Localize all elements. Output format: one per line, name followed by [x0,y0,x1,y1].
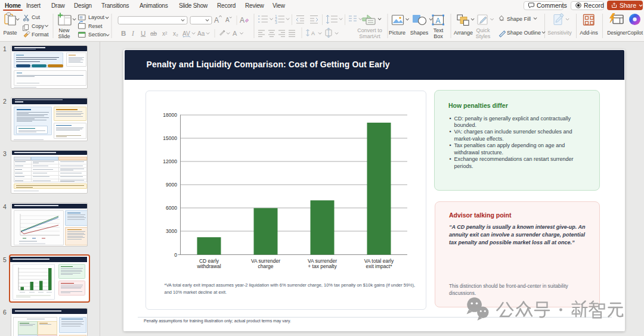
svg-text:Shape Outline: Shape Outline [507,30,541,36]
svg-text:Text: Text [434,27,444,33]
svg-text:Paste: Paste [3,30,17,36]
svg-text:U: U [141,30,145,37]
svg-text:Section: Section [88,32,106,38]
svg-text:Quick: Quick [476,27,490,33]
svg-text:Aa: Aa [197,30,205,37]
svg-text:9000: 9000 [166,182,177,188]
svg-text:18000: 18000 [163,111,177,117]
svg-text:Sensitivity: Sensitivity [547,30,572,36]
svg-text:x₂: x₂ [173,30,178,37]
svg-text:Reset: Reset [88,23,103,29]
svg-text:6000: 6000 [166,205,177,211]
svg-text:Shapes: Shapes [410,30,429,36]
svg-text:exit impact*: exit impact* [366,263,393,269]
svg-text:New: New [58,27,70,33]
svg-text:B: B [121,30,126,37]
svg-text:Picture: Picture [389,30,405,36]
svg-text:15000: 15000 [163,135,177,141]
svg-text:12000: 12000 [163,158,177,164]
svg-text:A: A [225,17,230,23]
svg-text:Copy: Copy [32,23,45,29]
svg-text:AV: AV [182,30,190,37]
svg-text:Designer: Designer [607,30,627,36]
svg-text:Arrange: Arrange [454,30,473,36]
svg-text:A: A [240,16,244,24]
svg-text:x²: x² [162,30,168,37]
svg-text:I: I [131,30,135,37]
svg-text:Convert to: Convert to [357,27,382,33]
svg-text:A: A [435,17,440,25]
svg-text:charge: charge [258,263,274,269]
svg-text:+ tax penalty: + tax penalty [308,263,337,269]
svg-text:Shape Fill: Shape Fill [507,16,531,22]
svg-text:Copilot: Copilot [627,30,643,36]
svg-text:ab: ab [150,30,157,37]
svg-text:3: 3 [275,20,277,24]
svg-text:Box: Box [434,33,443,39]
svg-text:3000: 3000 [166,228,177,234]
svg-text:SmartArt: SmartArt [359,33,380,39]
svg-text:A: A [214,16,219,24]
svg-text:0: 0 [174,251,177,257]
svg-text:Styles: Styles [476,33,491,39]
svg-text:withdrawal: withdrawal [196,263,221,269]
svg-text:A: A [311,30,315,36]
svg-text:Layout: Layout [88,14,105,20]
svg-text:Format: Format [32,32,49,38]
svg-text:A: A [233,30,237,37]
svg-text:Cut: Cut [32,14,41,20]
svg-text:Add-ins: Add-ins [580,30,598,36]
svg-text:Slide: Slide [58,33,70,39]
